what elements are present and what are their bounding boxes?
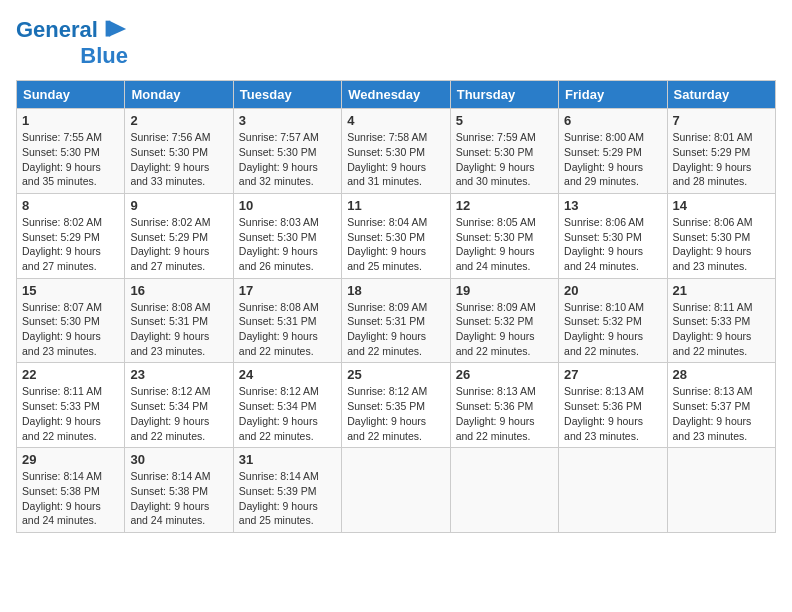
day-info: Sunrise: 8:12 AMSunset: 5:34 PMDaylight:… xyxy=(239,384,336,443)
calendar-cell: 23Sunrise: 8:12 AMSunset: 5:34 PMDayligh… xyxy=(125,363,233,448)
day-info: Sunrise: 8:06 AMSunset: 5:30 PMDaylight:… xyxy=(673,215,770,274)
day-info: Sunrise: 8:14 AMSunset: 5:38 PMDaylight:… xyxy=(130,469,227,528)
calendar-cell: 17Sunrise: 8:08 AMSunset: 5:31 PMDayligh… xyxy=(233,278,341,363)
calendar-cell: 19Sunrise: 8:09 AMSunset: 5:32 PMDayligh… xyxy=(450,278,558,363)
logo-text: General xyxy=(16,18,98,42)
day-number: 18 xyxy=(347,283,444,298)
day-info: Sunrise: 8:00 AMSunset: 5:29 PMDaylight:… xyxy=(564,130,661,189)
day-number: 3 xyxy=(239,113,336,128)
day-number: 13 xyxy=(564,198,661,213)
day-info: Sunrise: 8:04 AMSunset: 5:30 PMDaylight:… xyxy=(347,215,444,274)
day-number: 1 xyxy=(22,113,119,128)
calendar-cell: 1Sunrise: 7:55 AMSunset: 5:30 PMDaylight… xyxy=(17,109,125,194)
day-info: Sunrise: 7:58 AMSunset: 5:30 PMDaylight:… xyxy=(347,130,444,189)
weekday-header-friday: Friday xyxy=(559,81,667,109)
weekday-header-sunday: Sunday xyxy=(17,81,125,109)
day-info: Sunrise: 8:01 AMSunset: 5:29 PMDaylight:… xyxy=(673,130,770,189)
day-info: Sunrise: 8:13 AMSunset: 5:37 PMDaylight:… xyxy=(673,384,770,443)
calendar-cell: 31Sunrise: 8:14 AMSunset: 5:39 PMDayligh… xyxy=(233,448,341,533)
calendar-cell: 5Sunrise: 7:59 AMSunset: 5:30 PMDaylight… xyxy=(450,109,558,194)
calendar-cell: 25Sunrise: 8:12 AMSunset: 5:35 PMDayligh… xyxy=(342,363,450,448)
calendar-cell: 2Sunrise: 7:56 AMSunset: 5:30 PMDaylight… xyxy=(125,109,233,194)
day-info: Sunrise: 7:56 AMSunset: 5:30 PMDaylight:… xyxy=(130,130,227,189)
day-info: Sunrise: 8:07 AMSunset: 5:30 PMDaylight:… xyxy=(22,300,119,359)
day-info: Sunrise: 8:06 AMSunset: 5:30 PMDaylight:… xyxy=(564,215,661,274)
day-number: 25 xyxy=(347,367,444,382)
calendar-cell: 26Sunrise: 8:13 AMSunset: 5:36 PMDayligh… xyxy=(450,363,558,448)
calendar-cell: 27Sunrise: 8:13 AMSunset: 5:36 PMDayligh… xyxy=(559,363,667,448)
day-number: 24 xyxy=(239,367,336,382)
day-number: 26 xyxy=(456,367,553,382)
day-number: 17 xyxy=(239,283,336,298)
calendar-table: SundayMondayTuesdayWednesdayThursdayFrid… xyxy=(16,80,776,533)
day-number: 22 xyxy=(22,367,119,382)
page-header: General Blue xyxy=(16,16,776,68)
calendar-cell: 11Sunrise: 8:04 AMSunset: 5:30 PMDayligh… xyxy=(342,193,450,278)
day-number: 23 xyxy=(130,367,227,382)
weekday-header-monday: Monday xyxy=(125,81,233,109)
calendar-cell: 13Sunrise: 8:06 AMSunset: 5:30 PMDayligh… xyxy=(559,193,667,278)
calendar-cell: 24Sunrise: 8:12 AMSunset: 5:34 PMDayligh… xyxy=(233,363,341,448)
calendar-week-4: 22Sunrise: 8:11 AMSunset: 5:33 PMDayligh… xyxy=(17,363,776,448)
day-info: Sunrise: 7:55 AMSunset: 5:30 PMDaylight:… xyxy=(22,130,119,189)
day-info: Sunrise: 8:08 AMSunset: 5:31 PMDaylight:… xyxy=(239,300,336,359)
calendar-cell: 9Sunrise: 8:02 AMSunset: 5:29 PMDaylight… xyxy=(125,193,233,278)
day-info: Sunrise: 8:03 AMSunset: 5:30 PMDaylight:… xyxy=(239,215,336,274)
day-info: Sunrise: 7:59 AMSunset: 5:30 PMDaylight:… xyxy=(456,130,553,189)
day-number: 21 xyxy=(673,283,770,298)
calendar-cell: 18Sunrise: 8:09 AMSunset: 5:31 PMDayligh… xyxy=(342,278,450,363)
day-info: Sunrise: 8:13 AMSunset: 5:36 PMDaylight:… xyxy=(456,384,553,443)
weekday-header-thursday: Thursday xyxy=(450,81,558,109)
calendar-cell: 28Sunrise: 8:13 AMSunset: 5:37 PMDayligh… xyxy=(667,363,775,448)
day-number: 15 xyxy=(22,283,119,298)
calendar-cell xyxy=(559,448,667,533)
day-number: 19 xyxy=(456,283,553,298)
day-number: 9 xyxy=(130,198,227,213)
calendar-cell: 29Sunrise: 8:14 AMSunset: 5:38 PMDayligh… xyxy=(17,448,125,533)
calendar-cell: 21Sunrise: 8:11 AMSunset: 5:33 PMDayligh… xyxy=(667,278,775,363)
weekday-header-wednesday: Wednesday xyxy=(342,81,450,109)
calendar-week-1: 1Sunrise: 7:55 AMSunset: 5:30 PMDaylight… xyxy=(17,109,776,194)
svg-rect-1 xyxy=(106,21,111,37)
day-info: Sunrise: 8:12 AMSunset: 5:34 PMDaylight:… xyxy=(130,384,227,443)
calendar-cell: 30Sunrise: 8:14 AMSunset: 5:38 PMDayligh… xyxy=(125,448,233,533)
day-number: 16 xyxy=(130,283,227,298)
day-info: Sunrise: 8:14 AMSunset: 5:39 PMDaylight:… xyxy=(239,469,336,528)
calendar-week-3: 15Sunrise: 8:07 AMSunset: 5:30 PMDayligh… xyxy=(17,278,776,363)
weekday-header-tuesday: Tuesday xyxy=(233,81,341,109)
calendar-cell: 6Sunrise: 8:00 AMSunset: 5:29 PMDaylight… xyxy=(559,109,667,194)
day-number: 14 xyxy=(673,198,770,213)
day-number: 7 xyxy=(673,113,770,128)
svg-marker-0 xyxy=(109,21,126,37)
calendar-cell: 8Sunrise: 8:02 AMSunset: 5:29 PMDaylight… xyxy=(17,193,125,278)
calendar-week-2: 8Sunrise: 8:02 AMSunset: 5:29 PMDaylight… xyxy=(17,193,776,278)
calendar-cell: 15Sunrise: 8:07 AMSunset: 5:30 PMDayligh… xyxy=(17,278,125,363)
day-info: Sunrise: 8:14 AMSunset: 5:38 PMDaylight:… xyxy=(22,469,119,528)
day-number: 4 xyxy=(347,113,444,128)
day-number: 30 xyxy=(130,452,227,467)
calendar-cell: 12Sunrise: 8:05 AMSunset: 5:30 PMDayligh… xyxy=(450,193,558,278)
day-info: Sunrise: 8:12 AMSunset: 5:35 PMDaylight:… xyxy=(347,384,444,443)
day-number: 11 xyxy=(347,198,444,213)
day-info: Sunrise: 8:09 AMSunset: 5:31 PMDaylight:… xyxy=(347,300,444,359)
day-number: 8 xyxy=(22,198,119,213)
logo: General Blue xyxy=(16,16,128,68)
logo-blue-text: Blue xyxy=(80,44,128,68)
day-number: 2 xyxy=(130,113,227,128)
day-info: Sunrise: 8:02 AMSunset: 5:29 PMDaylight:… xyxy=(22,215,119,274)
calendar-cell: 3Sunrise: 7:57 AMSunset: 5:30 PMDaylight… xyxy=(233,109,341,194)
day-info: Sunrise: 8:09 AMSunset: 5:32 PMDaylight:… xyxy=(456,300,553,359)
day-info: Sunrise: 8:05 AMSunset: 5:30 PMDaylight:… xyxy=(456,215,553,274)
day-number: 31 xyxy=(239,452,336,467)
calendar-cell: 20Sunrise: 8:10 AMSunset: 5:32 PMDayligh… xyxy=(559,278,667,363)
day-number: 5 xyxy=(456,113,553,128)
day-number: 28 xyxy=(673,367,770,382)
day-number: 20 xyxy=(564,283,661,298)
day-info: Sunrise: 8:11 AMSunset: 5:33 PMDaylight:… xyxy=(22,384,119,443)
calendar-cell xyxy=(342,448,450,533)
day-number: 10 xyxy=(239,198,336,213)
day-number: 29 xyxy=(22,452,119,467)
calendar-cell xyxy=(450,448,558,533)
day-info: Sunrise: 8:10 AMSunset: 5:32 PMDaylight:… xyxy=(564,300,661,359)
calendar-cell: 16Sunrise: 8:08 AMSunset: 5:31 PMDayligh… xyxy=(125,278,233,363)
